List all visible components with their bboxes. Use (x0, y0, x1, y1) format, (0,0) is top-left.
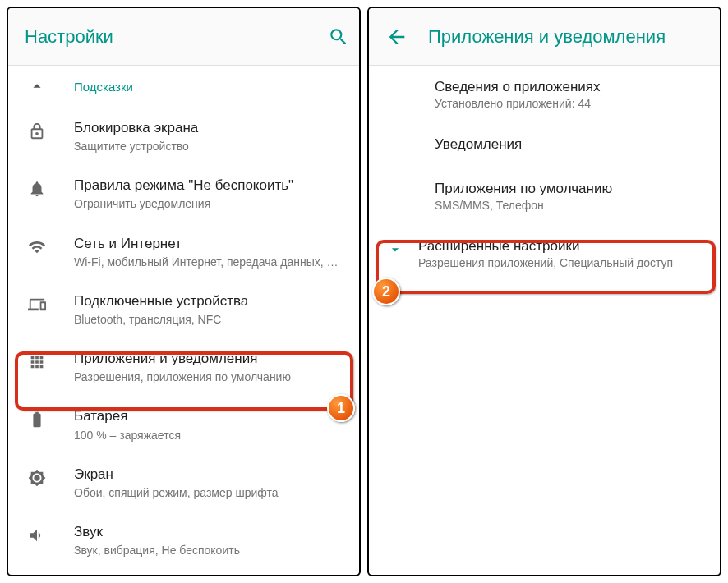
row-subtitle: Bluetooth, трансляция, NFC (74, 312, 343, 327)
lock-icon (28, 122, 46, 140)
row-texts: Сведения о приложениях Установлено прило… (435, 79, 703, 110)
row-title: Блокировка экрана (74, 119, 343, 137)
row-dnd[interactable]: Правила режима "Не беспокоить" Ограничит… (8, 165, 359, 223)
appbar-title: Настройки (25, 26, 328, 48)
chevron-up-icon (28, 77, 46, 95)
row-texts: Подключенные устройства Bluetooth, транс… (74, 292, 343, 327)
appbar: Приложения и уведомления (369, 8, 720, 66)
hints-section-header[interactable]: Подсказки (8, 66, 359, 108)
row-sound[interactable]: Звук Звук, вибрация, Не беспокоить (8, 512, 359, 569)
row-title: Подключенные устройства (74, 292, 343, 310)
row-texts: Уведомления (435, 136, 703, 154)
row-connected-devices[interactable]: Подключенные устройства Bluetooth, транс… (8, 281, 359, 338)
row-subtitle: Обои, спящий режим, размер шрифта (74, 485, 343, 500)
appbar-title: Приложения и уведомления (428, 26, 710, 48)
row-apps-notifications[interactable]: Приложения и уведомления Разрешения, при… (8, 338, 359, 396)
row-subtitle: Wi-Fi, мобильный Интернет, передача данн… (74, 255, 343, 269)
row-texts: Расширенные настройки Разрешения приложе… (418, 238, 673, 269)
bell-icon (28, 180, 46, 198)
row-subtitle: Установлено приложений: 44 (435, 97, 703, 110)
back-icon[interactable] (385, 25, 408, 48)
chevron-down-icon (387, 241, 403, 258)
row-title: Батарея (74, 407, 343, 425)
row-texts: Батарея 100 % – заряжается (74, 407, 343, 442)
row-title: Звук (74, 523, 343, 541)
wifi-icon (28, 238, 46, 256)
hints-label: Подсказки (74, 80, 133, 94)
row-texts: Приложения по умолчанию SMS/MMS, Телефон (435, 181, 703, 212)
row-texts: Звук Звук, вибрация, Не беспокоить (74, 523, 343, 558)
row-title: Расширенные настройки (418, 238, 673, 255)
search-icon[interactable] (328, 26, 349, 48)
row-texts: Блокировка экрана Защитите устройство (74, 119, 343, 154)
row-subtitle: Звук, вибрация, Не беспокоить (74, 543, 343, 558)
battery-icon (28, 411, 46, 429)
row-display[interactable]: Экран Обои, спящий режим, размер шрифта (8, 454, 359, 512)
row-title: Правила режима "Не беспокоить" (74, 177, 343, 195)
row-title: Приложения по умолчанию (435, 181, 703, 197)
row-title: Сведения о приложениях (435, 79, 703, 95)
row-texts: Сеть и Интернет Wi-Fi, мобильный Интерне… (74, 235, 343, 269)
row-title: Экран (74, 466, 343, 484)
row-subtitle: Разрешения приложений, Специальный досту… (418, 256, 673, 269)
appbar: Настройки (8, 8, 359, 66)
row-subtitle: Разрешения, приложения по умолчанию (74, 370, 343, 384)
row-app-info[interactable]: Сведения о приложениях Установлено прило… (369, 66, 720, 123)
row-title: Приложения и уведомления (74, 350, 343, 368)
settings-screen: Настройки Подсказки Блокировка экрана За… (7, 7, 361, 576)
row-subtitle: Ограничить уведомления (74, 196, 343, 211)
row-advanced[interactable]: Расширенные настройки Разрешения приложе… (369, 225, 720, 282)
devices-icon (28, 296, 46, 314)
row-texts: Экран Обои, спящий режим, размер шрифта (74, 466, 343, 500)
row-title: Сеть и Интернет (74, 235, 343, 253)
row-texts: Правила режима "Не беспокоить" Ограничит… (74, 177, 343, 211)
row-lock-screen[interactable]: Блокировка экрана Защитите устройство (8, 108, 359, 165)
row-subtitle: SMS/MMS, Телефон (435, 199, 703, 212)
row-subtitle: Защитите устройство (74, 139, 343, 154)
row-title: Уведомления (435, 136, 703, 153)
apps-icon (28, 353, 46, 371)
volume-icon (28, 526, 46, 544)
row-texts: Приложения и уведомления Разрешения, при… (74, 350, 343, 384)
row-battery[interactable]: Батарея 100 % – заряжается (8, 396, 359, 453)
row-notifications[interactable]: Уведомления (369, 123, 720, 168)
row-subtitle: 100 % – заряжается (74, 428, 343, 443)
brightness-icon (28, 469, 46, 487)
row-default-apps[interactable]: Приложения по умолчанию SMS/MMS, Телефон (369, 168, 720, 225)
row-network[interactable]: Сеть и Интернет Wi-Fi, мобильный Интерне… (8, 223, 359, 281)
apps-notifications-screen: Приложения и уведомления Сведения о прил… (367, 7, 721, 576)
